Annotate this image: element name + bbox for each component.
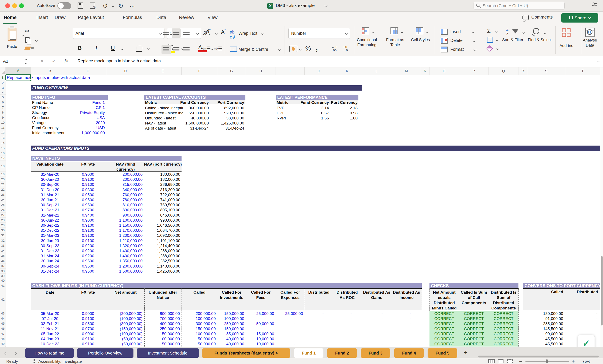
cf-fx-rate[interactable]: 0.9000 bbox=[69, 331, 107, 336]
cf-date[interactable]: 05-Jun-22 bbox=[31, 331, 69, 336]
check-result[interactable]: CORRECT bbox=[429, 342, 459, 346]
conversion-called[interactable]: 180,000.00 bbox=[527, 311, 565, 316]
conversion-called[interactable]: 145,500.00 bbox=[527, 326, 565, 331]
nav-fund-currency[interactable]: 1,100,000.00 bbox=[107, 218, 144, 223]
nav-valuation-date[interactable]: 31-Mar-20 bbox=[31, 172, 69, 177]
conversions-header-distributed[interactable]: Distributed bbox=[565, 288, 600, 311]
cf-value-8[interactable]: - bbox=[305, 311, 333, 316]
cf-value-10[interactable]: - bbox=[361, 331, 392, 336]
band-capital-accounts[interactable]: LATEST CAPITAL ACCOUNTS bbox=[144, 95, 245, 100]
cf-value-4[interactable]: 100,000.00 bbox=[182, 316, 217, 321]
cf-value-5[interactable]: 100,000.00 bbox=[217, 316, 246, 321]
nav-port-currency[interactable]: 990,000.00 bbox=[144, 218, 182, 223]
cf-date[interactable]: 02-Feb-21 bbox=[31, 321, 69, 326]
nav-fund-currency[interactable]: 1,150,000.00 bbox=[107, 223, 144, 228]
nav-valuation-date[interactable]: 31-Mar-22 bbox=[31, 213, 69, 218]
cf-value-8[interactable]: - bbox=[305, 331, 333, 336]
performance-fund-currency-value[interactable]: 0.57 bbox=[295, 110, 329, 116]
cf-header-4[interactable]: Called bbox=[182, 288, 217, 311]
cf-value-10[interactable]: - bbox=[361, 321, 392, 326]
cf-value-7[interactable]: - bbox=[276, 336, 305, 342]
vertical-scrollbar[interactable] bbox=[600, 67, 603, 347]
capital-port-currency-value[interactable]: 520,500.00 bbox=[211, 110, 244, 116]
cf-value-8[interactable]: - bbox=[305, 321, 333, 326]
cf-value-3[interactable]: 100,000.00 bbox=[144, 336, 182, 342]
nav-fx-rate[interactable]: 0.9100 bbox=[69, 182, 107, 187]
tab-scroll-right[interactable] bbox=[14, 352, 16, 356]
nav-valuation-date[interactable]: 31-Mar-23 bbox=[31, 233, 69, 238]
nav-fx-rate[interactable]: 0.9200 bbox=[69, 243, 107, 248]
cf-value-11[interactable]: - bbox=[392, 321, 421, 326]
cf-value-9[interactable]: - bbox=[333, 336, 361, 342]
add-sheet-button[interactable]: + bbox=[464, 349, 468, 356]
nav-fund-currency[interactable]: 200,000.00 bbox=[107, 172, 144, 177]
nav-valuation-date[interactable]: 31-Mar-24 bbox=[31, 254, 69, 258]
cf-value-7[interactable]: - bbox=[276, 326, 305, 331]
band-checks[interactable]: CHECKS bbox=[429, 283, 519, 288]
conversion-distributed[interactable]: - bbox=[565, 326, 600, 331]
cf-value-5[interactable]: 40,000.00 bbox=[217, 336, 246, 342]
nav-fund-currency[interactable]: 1,500,000.00 bbox=[107, 269, 144, 274]
nav-fund-currency[interactable]: 1,400,000.00 bbox=[107, 248, 144, 254]
cf-value-6[interactable]: - bbox=[246, 326, 276, 331]
check-result[interactable]: CORRECT bbox=[459, 316, 489, 321]
nav-port-currency[interactable]: 1,425,000.00 bbox=[144, 269, 182, 274]
cf-value-10[interactable]: - bbox=[361, 336, 392, 342]
cf-date[interactable]: 07-Jul-20 bbox=[31, 316, 69, 321]
cf-value-6[interactable]: 15,000.00 bbox=[246, 331, 276, 336]
cf-value-3[interactable]: 800,000.00 bbox=[144, 311, 182, 316]
nav-valuation-date[interactable]: 30-Jun-21 bbox=[31, 197, 69, 202]
capital-fund-currency-value[interactable]: 550,000.00 bbox=[175, 110, 209, 116]
normal-view-button[interactable] bbox=[488, 359, 495, 363]
nav-fx-rate[interactable]: 0.9100 bbox=[69, 233, 107, 238]
cf-value-3[interactable]: 150,000.00 bbox=[144, 331, 182, 336]
nav-fx-rate[interactable]: 0.9500 bbox=[69, 258, 107, 264]
performance-fund-currency-value[interactable]: 2.14 bbox=[295, 106, 329, 110]
nav-fx-rate[interactable]: 0.9100 bbox=[69, 238, 107, 243]
performance-fund-currency-value[interactable]: 1.56 bbox=[295, 116, 329, 121]
cf-value-9[interactable]: - bbox=[333, 342, 361, 346]
cf-value-6[interactable]: 25,000.00 bbox=[246, 311, 276, 316]
nav-valuation-date[interactable]: 30-Jun-22 bbox=[31, 218, 69, 223]
nav-port-currency[interactable]: 316,200.00 bbox=[144, 187, 182, 192]
nav-port-currency[interactable]: 1,046,500.00 bbox=[144, 223, 182, 228]
nav-port-currency[interactable]: 1,092,000.00 bbox=[144, 233, 182, 238]
cf-value-10[interactable]: - bbox=[361, 311, 392, 316]
cf-value-10[interactable]: - bbox=[361, 342, 392, 346]
sheet-tab-fund-1[interactable]: Fund 1 bbox=[294, 348, 324, 358]
cf-value-8[interactable]: - bbox=[305, 326, 333, 331]
sheet-tab-fund-3[interactable]: Fund 3 bbox=[361, 348, 390, 358]
nav-header-3[interactable]: NAV (port currency) bbox=[144, 161, 182, 172]
sheet-tab-how-to-read-me[interactable]: How to read me bbox=[25, 348, 74, 358]
cf-fx-rate[interactable]: 0.9100 bbox=[69, 336, 107, 342]
nav-port-currency[interactable]: 182,000.00 bbox=[144, 177, 182, 182]
cf-header-10[interactable]: Distributed As Gains bbox=[362, 288, 392, 311]
nav-port-currency[interactable]: 1,064,700.00 bbox=[144, 228, 182, 233]
nav-fund-currency[interactable]: 810,000.00 bbox=[107, 202, 144, 208]
cf-value-9[interactable]: - bbox=[333, 331, 361, 336]
capital-port-currency-value[interactable]: 31-Dec-24 bbox=[211, 126, 244, 131]
cf-value-9[interactable]: - bbox=[333, 316, 361, 321]
nav-fx-rate[interactable]: 0.9100 bbox=[69, 177, 107, 182]
conversion-called[interactable]: 90,000.00 bbox=[527, 331, 565, 336]
fund-info-value[interactable]: USA bbox=[31, 115, 106, 120]
nav-fund-currency[interactable]: 760,000.00 bbox=[107, 192, 144, 197]
nav-valuation-date[interactable]: 30-Sep-23 bbox=[31, 243, 69, 248]
cf-value-6[interactable]: 10,000.00 bbox=[246, 336, 276, 342]
nav-fund-currency[interactable]: 315,000.00 bbox=[107, 182, 144, 187]
check-result[interactable]: CORRECT bbox=[429, 331, 459, 336]
capital-port-currency-value[interactable]: 1,425,000.00 bbox=[211, 121, 244, 126]
nav-fund-currency[interactable]: 830,000.00 bbox=[107, 208, 144, 212]
conversion-distributed[interactable]: - bbox=[565, 321, 600, 326]
nav-port-currency[interactable]: 1,214,400.00 bbox=[144, 243, 182, 248]
nav-fund-currency[interactable]: 1,170,000.00 bbox=[107, 228, 144, 233]
cf-fx-rate[interactable]: 0.9100 bbox=[69, 342, 107, 346]
cf-value-5[interactable]: 150,000.00 bbox=[217, 326, 246, 331]
performance-port-currency-value[interactable]: 0.58 bbox=[330, 110, 358, 116]
zoom-in-button[interactable]: + bbox=[572, 358, 575, 364]
nav-fx-rate[interactable]: 0.9200 bbox=[69, 254, 107, 258]
conversions-header-called[interactable]: Called bbox=[527, 288, 565, 311]
check-result[interactable]: CORRECT bbox=[489, 331, 519, 336]
cf-value-6[interactable]: - bbox=[246, 316, 276, 321]
nav-fund-currency[interactable]: 1,200,000.00 bbox=[107, 264, 144, 269]
